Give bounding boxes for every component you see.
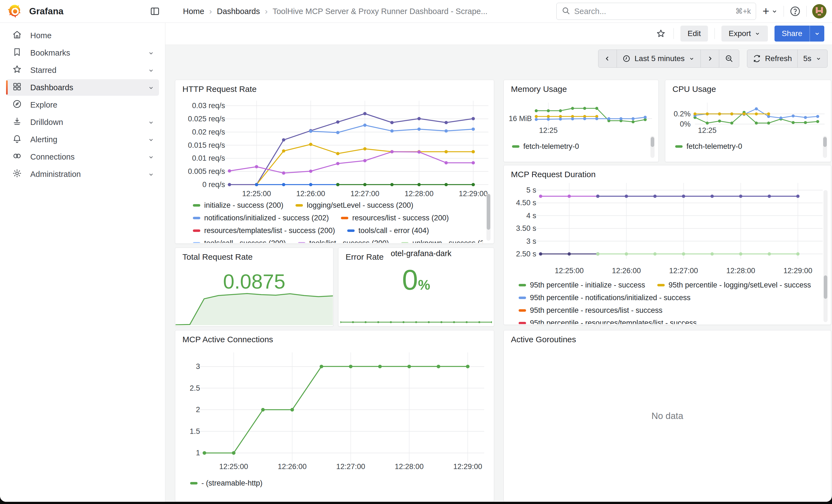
panel-mcp-request-duration[interactable]: MCP Request Duration 5 s4.50 s4 s3.50 s3… [503, 165, 831, 325]
sidebar-item-administration[interactable]: Administration [6, 166, 159, 182]
svg-text:12:29:00: 12:29:00 [453, 462, 482, 471]
edit-button[interactable]: Edit [680, 26, 708, 42]
legend-scrollbar[interactable] [824, 275, 827, 299]
zoom-out-button[interactable] [719, 50, 739, 68]
sidebar-item-label: Connections [30, 152, 75, 161]
svg-text:12:26:00: 12:26:00 [612, 267, 641, 275]
export-button[interactable]: Export [721, 26, 768, 42]
panel-title: Total Request Rate [182, 252, 253, 262]
dashboard-canvas: Last 5 minutes Refresh 5s [165, 45, 832, 502]
svg-text:12:25: 12:25 [698, 126, 717, 135]
legend-item[interactable]: - (streamable-http) [190, 479, 262, 487]
legend-item[interactable]: 95th percentile - notifications/initiali… [519, 294, 691, 302]
error-rate-value: 0% [338, 265, 494, 294]
legend-item[interactable]: resources/templates/list - success (200) [193, 227, 335, 235]
legend-item[interactable]: tools/call - success (200) [193, 239, 286, 243]
duration-legend[interactable]: 95th percentile - initialize - success95… [519, 281, 812, 324]
sidebar-toggle-icon[interactable] [149, 6, 160, 17]
total-request-rate-value: 0.0875 [175, 271, 333, 292]
cpu-legend[interactable]: fetch-telemetry-0 [675, 142, 817, 161]
sidebar-nav: HomeBookmarksStarredDashboardsExploreDri… [0, 23, 165, 502]
legend-item[interactable]: fetch-telemetry-0 [675, 142, 742, 151]
legend-item[interactable]: tools/call - error (404) [347, 227, 429, 235]
sidebar-item-starred[interactable]: Starred [6, 62, 159, 78]
legend-label: - (streamable-http) [201, 479, 262, 487]
legend-item[interactable]: logging/setLevel - success (200) [295, 201, 413, 210]
legend-item[interactable]: fetch-telemetry-0 [512, 142, 579, 151]
sidebar-item-explore[interactable]: Explore [6, 97, 159, 113]
sidebar-item-alerting[interactable]: Alerting [6, 131, 159, 148]
cpu-usage-chart[interactable]: 0.2%0%12:25 [668, 102, 829, 136]
grafana-logo-icon[interactable] [7, 4, 23, 19]
svg-text:12:28:00: 12:28:00 [395, 462, 424, 471]
add-new-button[interactable]: + [762, 5, 778, 17]
refresh-interval-picker[interactable]: 5s [797, 50, 827, 68]
help-button[interactable] [789, 5, 801, 17]
mcp-active-connections-chart[interactable]: 11.522.5312:25:0012:26:0012:27:0012:28:0… [178, 350, 491, 472]
legend-label: 95th percentile - logging/setLevel - suc… [669, 281, 811, 289]
sidebar-item-connections[interactable]: Connections [6, 149, 159, 165]
time-back-button[interactable] [598, 50, 617, 68]
legend-item[interactable]: 95th percentile - logging/setLevel - suc… [657, 281, 811, 289]
breadcrumb-dashboards[interactable]: Dashboards [217, 7, 260, 16]
svg-text:12:25: 12:25 [539, 126, 558, 135]
http-request-rate-chart[interactable]: 0 req/s0.005 req/s0.01 req/s0.015 req/s0… [178, 98, 491, 200]
panel-title: Memory Usage [511, 84, 567, 94]
home-icon [12, 30, 22, 42]
star-button[interactable] [655, 26, 667, 42]
chevron-down-icon [148, 67, 155, 76]
legend-item[interactable]: resources/list - success (200) [341, 214, 449, 222]
chevron-down-icon [754, 30, 761, 37]
legend-color-pill [657, 284, 665, 286]
share-button[interactable]: Share [775, 26, 809, 42]
sidebar-item-bookmarks[interactable]: Bookmarks [6, 45, 159, 61]
legend-item[interactable]: initialize - success (200) [193, 201, 283, 210]
time-range-picker[interactable]: Last 5 minutes [617, 50, 701, 68]
sidebar-item-dashboards[interactable]: Dashboards [6, 79, 159, 96]
search-input[interactable]: Search... ⌘+k [556, 3, 756, 20]
svg-text:12:27:00: 12:27:00 [669, 267, 698, 275]
legend-item[interactable]: tools/list - success (200) [298, 239, 389, 243]
legend-color-pill [675, 145, 683, 148]
legend-scrollbar[interactable] [651, 137, 654, 147]
legend-label: tools/call - error (404) [359, 227, 429, 235]
memory-legend[interactable]: fetch-telemetry-0 [512, 142, 645, 161]
panel-active-goroutines[interactable]: Active Goroutines No data [503, 330, 831, 502]
legend-item[interactable]: unknown - success (200) [401, 239, 483, 243]
refresh-button[interactable]: Refresh [747, 50, 797, 68]
legend-item[interactable]: 95th percentile - resources/templates/li… [519, 319, 697, 324]
mcp-request-duration-chart[interactable]: 5 s4.50 s4 s3.50 s3 s2.50 s12:25:0012:26… [506, 182, 828, 276]
legend-scrollbar[interactable] [823, 137, 827, 147]
http-legend[interactable]: initialize - success (200)logging/setLev… [193, 201, 483, 243]
svg-text:1.5: 1.5 [189, 427, 200, 435]
refresh-label: Refresh [765, 54, 792, 63]
legend-item[interactable]: 95th percentile - resources/list - succe… [519, 306, 662, 315]
panel-title: MCP Request Duration [511, 170, 596, 179]
legend-label: unknown - success (200) [412, 239, 483, 243]
panel-memory-usage[interactable]: Memory Usage 16 MiB12:25 fetch-telemetry… [503, 80, 659, 162]
sidebar-item-drilldown[interactable]: Drilldown [6, 114, 159, 130]
breadcrumb-home[interactable]: Home [183, 7, 204, 16]
time-forward-button[interactable] [701, 50, 719, 68]
panel-total-request-rate[interactable]: Total Request Rate 0.0875 [175, 247, 334, 326]
panel-mcp-active-connections[interactable]: MCP Active Connections 11.522.5312:25:00… [175, 330, 494, 502]
svg-text:3: 3 [196, 362, 200, 371]
svg-text:0 req/s: 0 req/s [202, 181, 225, 189]
sidebar-item-home[interactable]: Home [6, 27, 159, 44]
share-dropdown-button[interactable] [809, 26, 824, 42]
panel-http-request-rate[interactable]: HTTP Request Rate 0 req/s0.005 req/s0.01… [175, 80, 494, 244]
legend-item[interactable]: notifications/initialized - success (202… [193, 214, 329, 222]
legend-item[interactable]: 95th percentile - initialize - success [519, 281, 645, 289]
svg-text:12:27:00: 12:27:00 [350, 190, 380, 198]
panel-error-rate[interactable]: Error Rate otel-grafana-dark 0% [338, 247, 494, 326]
user-avatar[interactable] [812, 4, 827, 19]
star-icon [12, 64, 22, 76]
legend-scrollbar[interactable] [487, 194, 490, 230]
svg-text:0.025 req/s: 0.025 req/s [188, 115, 225, 123]
panel-cpu-usage[interactable]: CPU Usage 0.2%0%12:25 fetch-telemetry-0 [665, 80, 831, 162]
refresh-icon [753, 54, 761, 63]
memory-usage-chart[interactable]: 16 MiB12:25 [506, 102, 656, 136]
connections-legend[interactable]: - (streamable-http) [190, 479, 483, 501]
svg-text:12:25:00: 12:25:00 [219, 462, 248, 471]
svg-text:0.01 req/s: 0.01 req/s [192, 154, 225, 162]
